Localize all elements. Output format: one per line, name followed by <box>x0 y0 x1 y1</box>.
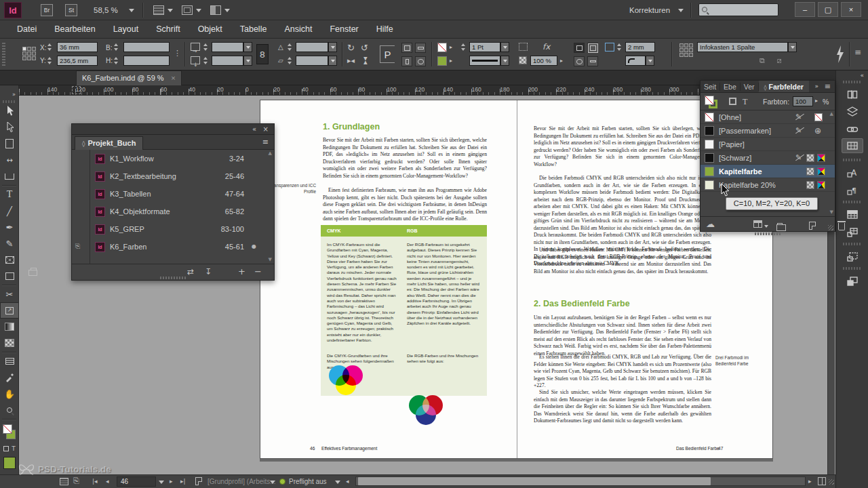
content-collector-tool[interactable] <box>0 168 19 184</box>
swatches-panel-resize-grip[interactable] <box>828 225 833 230</box>
book-item-k3-tabellen[interactable]: Id K3_Tabellen 47-64 <box>72 185 274 203</box>
align-icon-3[interactable] <box>401 56 412 66</box>
menu-ansicht[interactable]: Ansicht <box>275 20 321 38</box>
bridge-button[interactable]: Br <box>41 4 53 16</box>
search-input[interactable] <box>698 3 778 16</box>
statusbar-resize-grip[interactable] <box>829 479 834 485</box>
screen-mode-icon[interactable] <box>182 5 193 15</box>
tint-dropdown-icon[interactable]: ▸ <box>815 98 818 104</box>
control-panel-grip[interactable] <box>2 43 5 66</box>
scale-y-dropdown[interactable] <box>243 56 252 66</box>
frame-tool[interactable] <box>0 251 19 268</box>
rotation-stepper[interactable] <box>288 42 294 52</box>
paragraph-styles-panel-icon[interactable]: ¶ <box>842 183 863 198</box>
fill-proxy-mini[interactable] <box>705 96 714 105</box>
scroll-right-arrow[interactable]: ▸ <box>808 478 812 485</box>
horizontal-scrollbar-thumb[interactable] <box>358 477 711 485</box>
apply-color-button[interactable] <box>0 454 19 472</box>
stroke-weight-stepper[interactable] <box>461 42 467 52</box>
flip-vertical-button[interactable]: ▸◂ <box>362 57 370 64</box>
split-layout-view-icon[interactable] <box>818 477 826 485</box>
scissors-tool[interactable]: ✂ <box>0 286 19 302</box>
stock-button[interactable]: St <box>65 4 77 16</box>
swatch-row-kapitelfarbe[interactable]: Kapitelfarbe <box>701 165 835 178</box>
shear-dropdown[interactable] <box>328 56 337 66</box>
stroke-type-field[interactable] <box>469 56 500 66</box>
shear-stepper[interactable] <box>288 56 294 66</box>
gap-tool[interactable]: ↔ <box>0 152 19 168</box>
align-icon-2[interactable] <box>415 43 426 53</box>
scale-y-field[interactable] <box>212 56 243 66</box>
swatch-row-schwarz[interactable]: [Schwarz] ✎ <box>701 151 835 165</box>
selection-tool[interactable] <box>0 103 19 119</box>
direct-selection-tool[interactable] <box>0 119 19 136</box>
opacity-dropdown-icon[interactable]: ▸ <box>560 58 563 64</box>
character-styles-panel-icon[interactable]: A <box>842 165 863 180</box>
x-stepper[interactable] <box>47 42 54 52</box>
book-scroll-up-icon[interactable]: ▲ <box>269 151 272 156</box>
tab-ebenen[interactable]: Ebe <box>720 83 741 91</box>
last-page-button[interactable]: ▸| <box>180 478 186 485</box>
document-tab[interactable]: K6_Farben.indd @ 59 % × <box>76 70 182 85</box>
fit-page-icon[interactable] <box>60 478 68 485</box>
wrap-offset-field[interactable]: 2 mm <box>625 42 655 52</box>
rotation-dropdown[interactable] <box>328 42 337 52</box>
flip-horizontal-button[interactable]: ▸◂ <box>347 57 355 64</box>
corner-shape-dropdown[interactable] <box>646 56 654 66</box>
type-tool[interactable]: T <box>0 186 19 203</box>
add-document-icon[interactable]: + <box>238 267 245 276</box>
object-style-field[interactable]: Infokasten 1 Spalte <box>697 42 788 52</box>
swatch-row-papier[interactable]: [Papier] <box>701 138 835 151</box>
break-link-style-icon[interactable]: ⧄ <box>777 57 782 64</box>
previous-page-button[interactable]: ◂ <box>106 478 109 485</box>
menu-fenster[interactable]: Fenster <box>321 20 367 38</box>
wrap-object-shape-button[interactable] <box>574 56 585 66</box>
constrain-scale-link-button[interactable]: 8 <box>256 44 269 64</box>
eyedropper-tool[interactable] <box>0 369 19 386</box>
zoom-level-value[interactable]: 58,5 % <box>94 0 118 20</box>
preflight-doc-icon[interactable] <box>195 477 202 485</box>
width-field[interactable] <box>123 42 170 52</box>
dock-group-grip[interactable] <box>843 81 862 83</box>
height-field[interactable] <box>123 56 170 66</box>
menu-tabelle[interactable]: Tabelle <box>231 20 276 38</box>
gradient-tool[interactable] <box>0 319 19 335</box>
remove-document-icon[interactable]: − <box>254 267 262 276</box>
fill-proxy-swatch[interactable] <box>437 56 447 66</box>
menu-bearbeiten[interactable]: Bearbeiten <box>45 20 104 38</box>
stroke-type-dropdown[interactable] <box>500 56 509 66</box>
tab-seiten[interactable]: Seit <box>701 83 720 91</box>
scale-x-stepper[interactable] <box>203 42 210 52</box>
menu-datei[interactable]: Datei <box>8 20 45 38</box>
swatch-scroll-down-icon[interactable]: ▼ <box>830 210 833 215</box>
swatch-views-icon[interactable] <box>753 220 762 228</box>
tint-field[interactable]: 100 <box>793 96 813 106</box>
book-scroll-down-icon[interactable]: ▼ <box>269 258 272 262</box>
page-46[interactable]: 1. Grundlagen Bevor Sie mit der Arbeit m… <box>260 100 517 460</box>
book-item-k6-farben[interactable]: ⎘ Id K6_Farben 45-61 ● <box>72 238 274 256</box>
book-panel-titlebar[interactable]: « × <box>72 124 274 135</box>
fill-proxy-dropdown-icon[interactable]: ▸ <box>450 58 452 64</box>
shear-field[interactable] <box>296 56 328 66</box>
wrap-jump-button[interactable] <box>587 56 598 66</box>
next-page-button[interactable]: ▸ <box>170 478 173 485</box>
gradient-feather-tool[interactable] <box>0 335 19 351</box>
wrap-none-button[interactable] <box>574 43 585 53</box>
swatch-scroll-up-icon[interactable]: ▲ <box>830 112 833 117</box>
formatting-text-icon[interactable]: T <box>12 446 16 452</box>
menu-objekt[interactable]: Objekt <box>189 20 231 38</box>
zoom-tool[interactable] <box>0 402 19 418</box>
swatches-panel-icon[interactable] <box>842 138 863 153</box>
book-panel-collapse-icon[interactable]: « <box>252 126 256 133</box>
scale-x-field[interactable] <box>212 42 243 52</box>
wrap-bounding-box-button[interactable] <box>587 43 598 53</box>
delete-swatch-trash-icon[interactable] <box>838 223 845 230</box>
control-panel-menu-icon[interactable]: ≡ <box>854 48 861 56</box>
y-field[interactable]: 236,5 mm <box>57 56 98 66</box>
cc-libraries-cloud-icon[interactable]: ☁ <box>706 220 715 228</box>
object-styles-panel-icon[interactable] <box>842 249 863 264</box>
fill-color-swatch[interactable] <box>3 424 12 434</box>
corner-options-icon[interactable] <box>519 43 528 51</box>
formatting-affects-buttons[interactable]: T <box>0 443 19 454</box>
menu-layout[interactable]: Layout <box>104 20 148 38</box>
